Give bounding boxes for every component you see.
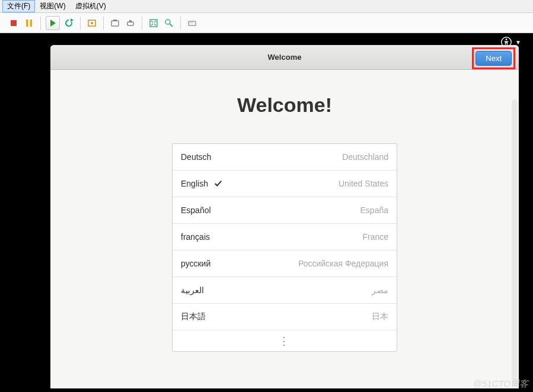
titlebar: Welcome Next: [50, 45, 519, 70]
usb-button[interactable]: [124, 17, 137, 30]
language-country: United States: [339, 179, 388, 188]
svg-point-18: [506, 38, 508, 40]
language-name: Deutsch: [181, 152, 211, 162]
language-country: 日本: [372, 311, 388, 322]
sendkey-button[interactable]: [186, 17, 199, 30]
menu-view[interactable]: 视图(W): [35, 0, 70, 12]
menu-file[interactable]: 文件(F): [2, 0, 35, 12]
watermark: @51CTO博客: [473, 378, 528, 390]
language-country: Российская Федерация: [298, 259, 388, 268]
fullscreen-button[interactable]: [147, 17, 160, 30]
vm-display: ▼ Welcome Next Welcome! Deutsch Deutschl…: [0, 33, 533, 392]
svg-point-6: [91, 22, 93, 24]
screenshot-button[interactable]: [108, 17, 122, 30]
language-country: مصر: [372, 285, 388, 295]
svg-point-12: [165, 20, 170, 24]
next-button[interactable]: Next: [475, 51, 512, 66]
language-row[interactable]: Deutsch Deutschland: [173, 144, 397, 171]
language-country: España: [360, 205, 388, 215]
svg-line-13: [170, 24, 173, 27]
pause-button[interactable]: [23, 17, 36, 30]
svg-rect-1: [26, 20, 28, 27]
welcome-heading: Welcome!: [237, 94, 332, 117]
toolbar-separator: [103, 17, 104, 30]
menubar: 文件(F) 视图(W) 虚拟机(V): [0, 0, 533, 13]
language-row[interactable]: العربية مصر: [173, 277, 397, 304]
refresh-button[interactable]: [62, 17, 75, 30]
language-list: Deutsch Deutschland English United State…: [172, 143, 397, 352]
language-row[interactable]: русский Российская Федерация: [173, 250, 397, 277]
language-row[interactable]: 日本語 日本: [173, 304, 397, 330]
language-row[interactable]: English United States: [173, 171, 397, 197]
language-row[interactable]: français France: [173, 224, 397, 250]
language-country: France: [362, 232, 388, 242]
play-button[interactable]: [46, 16, 60, 30]
svg-marker-3: [50, 20, 56, 27]
language-name: Español: [181, 205, 211, 215]
svg-rect-14: [189, 21, 196, 25]
menu-vm[interactable]: 虚拟机(V): [71, 0, 111, 12]
svg-rect-7: [111, 21, 119, 26]
window-title: Welcome: [268, 53, 302, 62]
toolbar-separator: [80, 17, 81, 30]
language-label: English: [181, 179, 208, 188]
svg-marker-4: [71, 18, 74, 22]
next-highlight: Next: [472, 47, 515, 69]
welcome-window: Welcome Next Welcome! Deutsch Deutschlan…: [50, 45, 519, 388]
svg-rect-0: [11, 20, 17, 26]
chevron-down-icon: ▼: [515, 39, 521, 46]
svg-rect-16: [192, 23, 193, 23]
svg-rect-2: [30, 20, 33, 27]
scale-button[interactable]: [162, 17, 175, 30]
toolbar-separator: [180, 17, 181, 30]
svg-rect-10: [129, 20, 132, 23]
language-name: русский: [181, 259, 210, 268]
toolbar: [0, 13, 533, 33]
language-name: 日本語: [181, 311, 206, 322]
check-icon: [214, 179, 222, 188]
svg-rect-15: [190, 23, 191, 23]
toolbar-separator: [142, 17, 142, 30]
language-country: Deutschland: [342, 152, 388, 162]
stop-button[interactable]: [7, 17, 20, 30]
welcome-content: Welcome! Deutsch Deutschland English Uni…: [50, 70, 519, 388]
language-row[interactable]: Español España: [173, 197, 397, 224]
language-name: English: [181, 179, 222, 188]
language-name: العربية: [181, 285, 204, 295]
toolbar-separator: [40, 17, 41, 30]
svg-rect-8: [113, 20, 117, 21]
more-languages-button[interactable]: ⋮: [173, 330, 397, 351]
scrollbar[interactable]: [512, 99, 518, 387]
language-name: français: [181, 232, 210, 242]
snapshot-button[interactable]: [85, 17, 98, 30]
svg-rect-11: [150, 20, 157, 27]
